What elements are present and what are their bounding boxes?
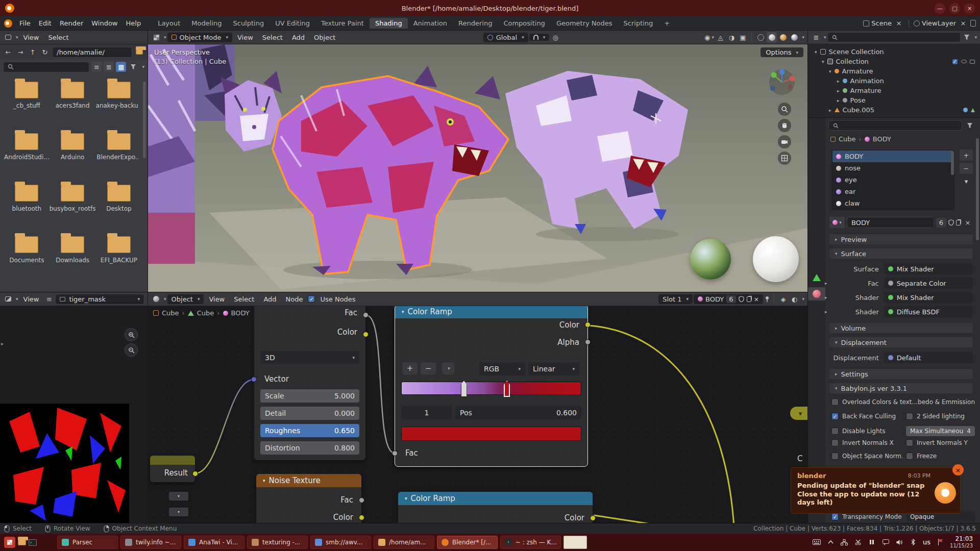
keyboard-tray-icon[interactable] bbox=[813, 538, 821, 546]
forward-icon[interactable]: → bbox=[15, 47, 26, 57]
taskbar-button-smb[interactable]: smb://awv... bbox=[310, 536, 371, 549]
zoom-out-icon[interactable] bbox=[125, 343, 138, 357]
stop-color-swatch[interactable] bbox=[401, 427, 581, 441]
slot-nose[interactable]: nose bbox=[832, 162, 953, 174]
max-simultaneous-field[interactable]: Max Simultaneou4 bbox=[906, 426, 975, 436]
taskbar-button-anatwi[interactable]: AnaTwi - Vi... bbox=[184, 536, 244, 549]
taskbar-button-texturing[interactable]: texturing -... bbox=[247, 536, 308, 549]
workspace-tab-sculpting[interactable]: Sculpting bbox=[227, 18, 270, 29]
stop-position-field[interactable]: Pos0.600 bbox=[455, 406, 581, 419]
workspace-tab-layout[interactable]: Layout bbox=[152, 18, 186, 29]
material-selector[interactable]: BODY 6 × bbox=[694, 294, 763, 304]
fac-input-dropdown[interactable]: Separate Color bbox=[884, 278, 973, 289]
viewport-canvas[interactable]: User Perspective (13) Collection | Cube … bbox=[148, 44, 807, 292]
fake-user-shield-icon[interactable] bbox=[739, 296, 744, 302]
file-browser-select-menu[interactable]: Select bbox=[44, 33, 72, 42]
invert-y-checkbox[interactable] bbox=[906, 439, 913, 446]
section-preview[interactable]: ▸Preview bbox=[829, 234, 973, 244]
new-material-icon[interactable] bbox=[956, 220, 961, 226]
folder-item[interactable]: bluetooth bbox=[12, 181, 42, 232]
folder-item[interactable]: busybox_rootfs bbox=[50, 181, 96, 232]
image-selector[interactable]: tiger_mask ▾ bbox=[55, 294, 144, 305]
object-space-checkbox[interactable] bbox=[831, 453, 839, 460]
filter-icon[interactable] bbox=[962, 32, 972, 42]
show-overlays-icon[interactable]: ◑ bbox=[726, 32, 737, 42]
socket-color-out[interactable] bbox=[363, 332, 369, 337]
outliner-search-input[interactable] bbox=[827, 32, 961, 42]
surface-shader-dropdown[interactable]: Mix Shader bbox=[884, 263, 973, 274]
outliner-row-animation[interactable]: ▸ Animation bbox=[810, 76, 978, 86]
viewlayer-selector[interactable]: ViewLayer bbox=[922, 19, 956, 27]
view-list-short-icon[interactable]: ≡ bbox=[91, 62, 102, 72]
camera-view-icon[interactable] bbox=[778, 135, 791, 148]
distortion-field[interactable]: Distortion0.800 bbox=[260, 441, 359, 455]
menu-render[interactable]: Render bbox=[56, 19, 87, 28]
taskbar-button-zsh[interactable]: ›~ : zsh — K... bbox=[500, 536, 561, 549]
remove-slot-button[interactable]: − bbox=[960, 163, 973, 174]
add-slot-button[interactable]: + bbox=[960, 149, 973, 161]
dimensions-dropdown[interactable]: 3D▾ bbox=[260, 351, 359, 364]
pin-icon[interactable] bbox=[764, 296, 770, 302]
menu-help[interactable]: Help bbox=[122, 19, 145, 28]
folder-item[interactable]: Desktop bbox=[106, 181, 132, 232]
view-thumbnails-icon[interactable]: ▦ bbox=[116, 62, 126, 72]
path-field[interactable]: /home/amalie/ bbox=[52, 47, 132, 58]
tab-data-icon[interactable] bbox=[813, 274, 821, 281]
up-icon[interactable]: ↑ bbox=[28, 47, 38, 57]
transform-orientation-dropdown[interactable]: Global▾ bbox=[483, 33, 528, 42]
section-displacement[interactable]: ▾Displacement bbox=[829, 337, 973, 347]
notification-close-icon[interactable]: × bbox=[952, 464, 964, 475]
app-menu-icon[interactable] bbox=[4, 537, 15, 548]
scrollbar[interactable] bbox=[976, 138, 979, 240]
image-canvas[interactable] bbox=[0, 404, 129, 523]
shader-canvas[interactable]: Cube› Cube› BODY ▾ Fac Color 3D▾ Vector … bbox=[148, 306, 807, 523]
socket-alpha-out[interactable] bbox=[585, 339, 591, 345]
slot-claw[interactable]: claw bbox=[832, 197, 953, 209]
shader-add-menu[interactable]: Add bbox=[259, 295, 280, 304]
two-sided-checkbox[interactable] bbox=[906, 413, 913, 420]
viewlayer-unlink-icon[interactable]: × bbox=[958, 18, 968, 29]
viewport-select-menu[interactable]: Select bbox=[258, 33, 287, 42]
section-settings[interactable]: ▸Settings bbox=[829, 369, 973, 379]
shading-material-icon[interactable] bbox=[778, 32, 788, 42]
options-button[interactable]: Options▾ bbox=[761, 47, 803, 57]
snapping-dropdown[interactable]: ▾ bbox=[529, 34, 550, 41]
tab-material-active[interactable] bbox=[808, 287, 825, 300]
file-search-input[interactable] bbox=[3, 62, 89, 72]
shading-solid-icon[interactable] bbox=[767, 32, 777, 42]
properties-search-input[interactable] bbox=[828, 120, 962, 131]
viewport-add-menu[interactable]: Add bbox=[288, 33, 309, 42]
image-view-menu[interactable]: View bbox=[19, 295, 43, 304]
update-notification[interactable]: blender 8:03 PM Pending update of "blend… bbox=[791, 467, 961, 514]
file-browser-view-menu[interactable]: View bbox=[19, 33, 43, 42]
roughness-field[interactable]: Roughnes0.650 bbox=[260, 424, 359, 437]
clipboard-tray-icon[interactable] bbox=[854, 538, 862, 546]
outliner-row-collection[interactable]: ▾ Collection ✓ bbox=[810, 57, 978, 66]
zoom-in-icon[interactable] bbox=[125, 328, 138, 341]
socket-fac-out[interactable] bbox=[359, 497, 364, 503]
workspace-tab-animation[interactable]: Animation bbox=[408, 18, 453, 29]
blender-app-icon[interactable] bbox=[4, 19, 12, 28]
remove-stop-button[interactable]: − bbox=[421, 362, 436, 374]
proportional-edit-icon[interactable]: ◎ bbox=[550, 32, 560, 42]
folder-item[interactable]: anakey-backup bbox=[96, 78, 138, 129]
node-color-ramp-1[interactable]: ▾Color Ramp Color Alpha + − ▾ RGB▾ Linea… bbox=[395, 306, 587, 466]
node-color-ramp-2[interactable]: ▾Color Ramp Color bbox=[398, 492, 593, 523]
socket-vector-in[interactable] bbox=[251, 377, 257, 382]
disable-lights-checkbox[interactable] bbox=[831, 428, 839, 435]
pause-tray-icon[interactable] bbox=[868, 538, 876, 546]
workspace-tab-scripting[interactable]: Scripting bbox=[618, 18, 659, 29]
back-face-culling-checkbox[interactable]: ✓ bbox=[831, 413, 839, 420]
shader-type-dropdown[interactable]: Object▾ bbox=[167, 294, 204, 304]
taskbar-button-parsec[interactable]: Parsec bbox=[57, 536, 118, 549]
use-nodes-checkbox[interactable]: ✓ bbox=[308, 295, 315, 303]
folder-item[interactable]: Downloads bbox=[56, 232, 89, 284]
workspace-tab-texture-paint[interactable]: Texture Paint bbox=[315, 18, 370, 29]
workspace-tab-rendering[interactable]: Rendering bbox=[453, 18, 498, 29]
slot-body[interactable]: BODY bbox=[832, 151, 953, 162]
workspace-tab-compositing[interactable]: Compositing bbox=[498, 18, 551, 29]
socket-color-out[interactable] bbox=[585, 322, 591, 328]
fake-user-shield-icon[interactable] bbox=[948, 219, 954, 226]
displacement-dropdown[interactable]: Default bbox=[884, 352, 973, 363]
toggle-grid-icon[interactable] bbox=[778, 152, 791, 165]
